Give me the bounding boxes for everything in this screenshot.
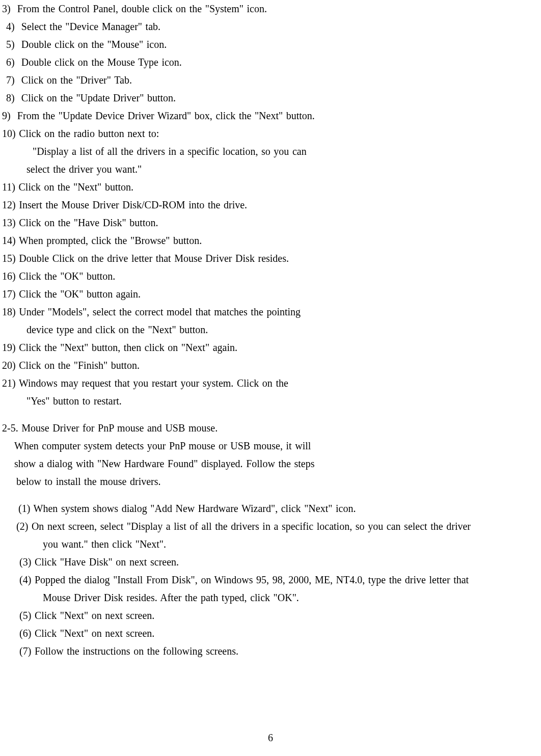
step-a-line: 13) Click on the "Have Disk" button. — [2, 214, 539, 232]
step-a-line: 17) Click the "OK" button again. — [2, 285, 539, 303]
step-a-line: 11) Click on the "Next" button. — [2, 178, 539, 196]
intro-b-line: When computer system detects your PnP mo… — [2, 437, 539, 455]
step-a-line: 10) Click on the radio button next to: — [2, 125, 539, 143]
step-a-line: 3) From the Control Panel, double click … — [2, 0, 539, 18]
step-a-line: 16) Click the "OK" button. — [2, 267, 539, 285]
step-b-line: (1) When system shows dialog "Add New Ha… — [2, 500, 539, 518]
step-a-line: 15) Double Click on the drive letter tha… — [2, 250, 539, 267]
step-b-line: (4) Popped the dialog "Install From Disk… — [2, 571, 539, 589]
step-a-line: 21) Windows may request that you restart… — [2, 374, 539, 392]
step-b-line: (2) On next screen, select "Display a li… — [2, 518, 539, 535]
step-a-line: 4) Select the "Device Manager" tab. — [2, 18, 539, 36]
step-a-line: 12) Insert the Mouse Driver Disk/CD-ROM … — [2, 196, 539, 214]
step-b-line: Mouse Driver Disk resides. After the pat… — [2, 589, 539, 607]
page-number: 6 — [0, 729, 541, 747]
document-body: 3) From the Control Panel, double click … — [2, 0, 539, 660]
intro-b-line: show a dialog with "New Hardware Found" … — [2, 455, 539, 473]
step-a-line: "Display a list of all the drivers in a … — [2, 143, 539, 160]
step-a-line: 7) Click on the "Driver" Tab. — [2, 71, 539, 89]
section-header-2-5: 2-5. Mouse Driver for PnP mouse and USB … — [2, 419, 539, 437]
step-a-line: 14) When prompted, click the "Browse" bu… — [2, 232, 539, 250]
step-a-line: 8) Click on the "Update Driver" button. — [2, 89, 539, 107]
steps-section-b: (1) When system shows dialog "Add New Ha… — [2, 500, 539, 660]
spacer — [2, 491, 539, 500]
step-b-line: (3) Click "Have Disk" on next screen. — [2, 553, 539, 571]
step-a-line: 9) From the "Update Device Driver Wizard… — [2, 107, 539, 125]
step-a-line: 19) Click the "Next" button, then click … — [2, 339, 539, 357]
step-b-line: you want." then click "Next". — [2, 535, 539, 553]
step-a-line: 18) Under "Models", select the correct m… — [2, 303, 539, 321]
step-a-line: "Yes" button to restart. — [2, 392, 539, 410]
step-a-line: 5) Double click on the "Mouse" icon. — [2, 36, 539, 53]
intro-b-line: below to install the mouse drivers. — [2, 473, 539, 491]
step-a-line: device type and click on the "Next" butt… — [2, 321, 539, 339]
step-b-line: (7) Follow the instructions on the follo… — [2, 642, 539, 660]
step-b-line: (5) Click "Next" on next screen. — [2, 607, 539, 625]
step-b-line: (6) Click "Next" on next screen. — [2, 625, 539, 642]
steps-section-a: 3) From the Control Panel, double click … — [2, 0, 539, 410]
section-b-intro: When computer system detects your PnP mo… — [2, 437, 539, 491]
step-a-line: 6) Double click on the Mouse Type icon. — [2, 53, 539, 71]
step-a-line: select the driver you want." — [2, 160, 539, 178]
spacer — [2, 410, 539, 419]
step-a-line: 20) Click on the "Finish" button. — [2, 357, 539, 374]
